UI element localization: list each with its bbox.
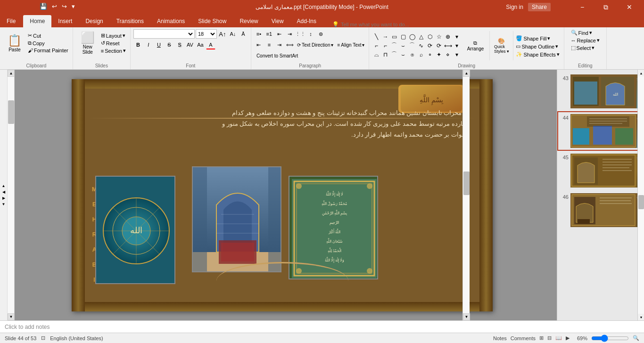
font-color-button[interactable]: A: [206, 40, 215, 49]
customize-qat-icon[interactable]: ▾: [70, 2, 77, 11]
shape-r3-10[interactable]: ▾: [453, 50, 461, 59]
arrange-button[interactable]: ⧉ Arrange: [462, 32, 488, 59]
increase-indent-button[interactable]: ⇥: [285, 29, 295, 39]
shape-r3-4[interactable]: ⌣: [399, 50, 407, 59]
text-direction-button[interactable]: ⟳Text Direction▾: [296, 42, 335, 48]
comments-button[interactable]: Comments: [511, 335, 536, 341]
accessibility-icon[interactable]: ⊡: [41, 335, 45, 341]
shape-r3-9[interactable]: ⋄: [444, 50, 452, 59]
photo-mosque-arch[interactable]: [192, 166, 281, 272]
notes-button[interactable]: Notes: [493, 335, 507, 341]
normal-view-button[interactable]: ⊞: [539, 335, 544, 341]
slide-arrow-right[interactable]: ▶: [2, 196, 5, 200]
save-icon[interactable]: 💾: [38, 2, 49, 11]
tab-file[interactable]: File: [0, 15, 22, 27]
shape-r2-2[interactable]: ⌐: [381, 41, 389, 50]
thumb-slide-44[interactable]: 44 ★: [557, 111, 644, 151]
numbering-button[interactable]: ≡1: [264, 29, 274, 39]
shape-oval[interactable]: ◯: [408, 33, 416, 41]
cut-button[interactable]: ✂ Cut: [26, 32, 70, 39]
close-button[interactable]: ✕: [619, 0, 640, 14]
shape-r2-6[interactable]: ∿: [417, 41, 425, 50]
right-vscroll-up[interactable]: ▲: [463, 70, 470, 77]
shape-r2-4[interactable]: ⌣: [399, 41, 407, 50]
thumb-slide-43[interactable]: 43 الله ★: [557, 72, 644, 111]
find-button[interactable]: 🔍 Find ▾: [570, 29, 594, 36]
shape-r2-7[interactable]: ⟳: [426, 41, 434, 50]
align-right-button[interactable]: ⇥: [275, 40, 284, 49]
shape-rounded-rect[interactable]: ▢: [399, 33, 407, 41]
bold-button[interactable]: B: [133, 40, 143, 49]
clear-format-button[interactable]: Ā: [239, 29, 248, 39]
shape-r3-3[interactable]: ⌒: [390, 50, 398, 59]
copy-button[interactable]: ⧉ Copy: [26, 40, 70, 47]
tab-slideshow[interactable]: Slide Show: [191, 15, 233, 27]
text-shadow-button[interactable]: S: [175, 40, 184, 49]
section-button[interactable]: ≡ Section ▾: [99, 47, 127, 54]
tab-design[interactable]: Design: [79, 15, 109, 27]
shape-more2[interactable]: ☆: [435, 33, 443, 41]
increase-font-button[interactable]: A↑: [218, 29, 227, 39]
shape-r3-8[interactable]: ✦: [435, 50, 443, 59]
shape-more1[interactable]: ⬡: [426, 33, 434, 41]
redo-icon[interactable]: ↪: [60, 2, 69, 11]
thumb-45-image[interactable]: ★: [570, 154, 641, 188]
scroll-up-arrow[interactable]: ▲: [2, 184, 6, 188]
slide-canvas[interactable]: بِسْمِ اللَّهِ در محراب تابستان نشین هما…: [72, 79, 493, 311]
shape-r2-8[interactable]: ⟳: [435, 41, 443, 50]
convert-smartart-button[interactable]: Convert to SmartArt: [254, 51, 300, 60]
shape-r3-7[interactable]: ⚬: [426, 50, 434, 59]
shape-r3-5[interactable]: ⍟: [408, 50, 416, 59]
font-family-select[interactable]: [133, 29, 195, 39]
new-slide-button[interactable]: ⬜ New Slide: [76, 29, 99, 57]
slideshow-button[interactable]: ▶: [566, 335, 570, 341]
change-case-button[interactable]: Aa: [196, 40, 205, 49]
tab-transitions[interactable]: Transitions: [110, 15, 150, 27]
columns-button[interactable]: ⋮⋮: [296, 29, 305, 39]
decrease-font-button[interactable]: A↓: [228, 29, 238, 39]
zoom-icon[interactable]: 🔍: [633, 335, 639, 341]
thumb-vscroll-down[interactable]: ▼: [638, 314, 644, 320]
tab-view[interactable]: View: [265, 15, 290, 27]
justify-button[interactable]: ⟺: [285, 40, 295, 49]
select-button[interactable]: ⬚ Select ▾: [570, 44, 596, 51]
shape-triangle[interactable]: △: [417, 33, 425, 41]
reading-view-button[interactable]: 📖: [555, 335, 562, 341]
thumb-slide-46[interactable]: 46 ★: [557, 190, 644, 230]
shape-line[interactable]: ╲: [372, 33, 380, 41]
shape-r2-3[interactable]: ⌒: [390, 41, 398, 50]
thumb-44-image[interactable]: ★: [570, 114, 641, 148]
tab-review[interactable]: Review: [233, 15, 264, 27]
shape-r3-2[interactable]: ⊓: [381, 50, 389, 59]
shape-more3[interactable]: ⊕: [444, 33, 452, 41]
vscroll-down[interactable]: ▼: [8, 313, 15, 320]
font-size-select[interactable]: 18: [196, 29, 217, 39]
zoom-slider[interactable]: [591, 335, 629, 341]
shape-down-arrow[interactable]: ▾: [453, 33, 461, 41]
undo-icon[interactable]: ↩: [50, 2, 59, 11]
scroll-down-arrow[interactable]: ▼: [2, 202, 6, 206]
reset-button[interactable]: ↺ Reset: [99, 40, 127, 47]
strikethrough-button[interactable]: S: [165, 40, 174, 49]
shape-fill-button[interactable]: 🪣 Shape Fill ▾: [514, 35, 561, 42]
slide-arrow-left[interactable]: ◀: [2, 190, 5, 194]
shape-r2-9[interactable]: ⟷: [444, 41, 452, 50]
thumb-vscroll-up[interactable]: ▲: [638, 70, 644, 76]
thumb-slide-45[interactable]: 45 ★: [557, 151, 644, 190]
smart-art-button[interactable]: ⊚: [316, 29, 326, 39]
shape-effects-button[interactable]: ✨ Shape Effects ▾: [514, 51, 561, 58]
tab-home[interactable]: Home: [23, 15, 51, 27]
vscroll-thumb[interactable]: [8, 100, 14, 124]
thumb-43-image[interactable]: الله ★: [570, 74, 641, 108]
thumb-46-image[interactable]: ★: [570, 193, 641, 227]
shape-outline-button[interactable]: ▭ Shape Outline ▾: [514, 43, 561, 50]
quick-styles-button[interactable]: 🎨 QuickStyles ▾: [490, 31, 513, 60]
align-text-button[interactable]: ≡Align Text▾: [336, 42, 366, 48]
tab-addins[interactable]: Add-Ins: [290, 15, 323, 27]
restore-button[interactable]: ⧉: [595, 0, 617, 14]
right-vscroll-down[interactable]: ▼: [463, 313, 470, 320]
shape-arrow-right[interactable]: →: [381, 33, 389, 41]
line-spacing-button[interactable]: ↕: [306, 29, 315, 39]
right-vscroll-thumb[interactable]: [463, 172, 470, 195]
align-center-button[interactable]: ≡: [264, 40, 274, 49]
